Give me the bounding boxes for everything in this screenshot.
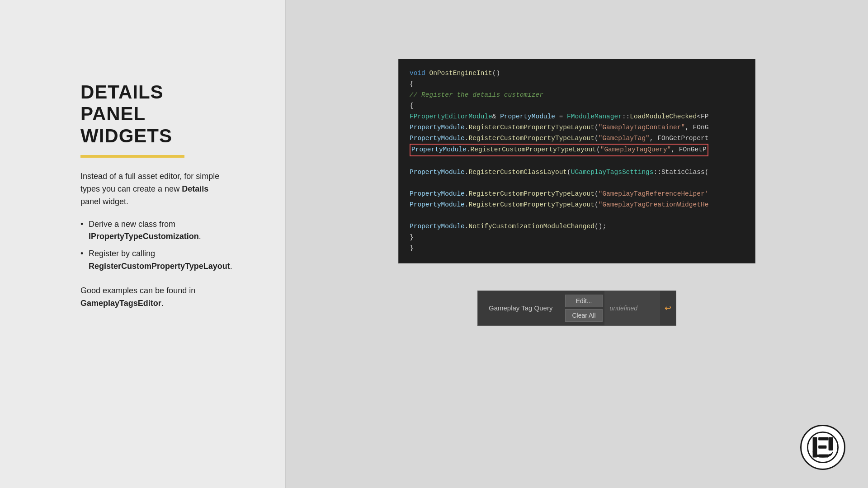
code-line-12: PropertyModule.RegisterCustomPropertyTyp… <box>410 189 744 200</box>
clear-all-button[interactable]: Clear All <box>565 309 602 322</box>
title-underline <box>80 155 184 158</box>
svg-rect-4 <box>818 446 826 449</box>
code-line-8: PropertyModule.RegisterCustomPropertyTyp… <box>410 144 744 156</box>
footer-bold: GameplayTagsEditor <box>80 299 161 308</box>
bullet1-before: Derive a new class from <box>89 220 175 229</box>
code-line-17: } <box>410 243 744 254</box>
ue-logo-svg <box>807 432 839 463</box>
svg-rect-3 <box>818 437 828 441</box>
reset-icon[interactable]: ↩ <box>660 291 676 325</box>
code-block: void OnPostEngineInit() { // Register th… <box>398 59 755 263</box>
title-line2: WIDGETS <box>80 125 172 146</box>
code-line-5: FPropertyEditorModule& PropertyModule = … <box>410 112 744 122</box>
bullet-list: Derive a new class from IPropertyTypeCus… <box>80 218 226 273</box>
code-line-1: void OnPostEngineInit() <box>410 68 744 79</box>
code-line-10: PropertyModule.RegisterCustomClassLayout… <box>410 167 744 178</box>
code-line-11 <box>410 178 744 189</box>
title-line1: DETAILS PANEL <box>80 81 164 124</box>
footer-text: Good examples can be found in GameplayTa… <box>80 285 226 310</box>
left-panel: DETAILS PANEL WIDGETS Instead of a full … <box>0 0 285 488</box>
bullet-item-2: Register by calling RegisterCustomProper… <box>80 248 226 273</box>
bullet2-before: Register by calling <box>89 249 155 258</box>
code-line-6: PropertyModule.RegisterCustomPropertyTyp… <box>410 122 744 133</box>
code-line-3: // Register the details customizer <box>410 90 744 101</box>
right-panel: void OnPostEngineInit() { // Register th… <box>286 0 868 488</box>
description: Instead of a full asset editor, for simp… <box>80 170 226 208</box>
widget-label: Gameplay Tag Query <box>478 291 563 325</box>
widget-preview: Gameplay Tag Query Edit... Clear All und… <box>477 291 676 326</box>
code-line-9 <box>410 156 744 167</box>
ue-logo-circle <box>800 425 845 470</box>
code-line-14 <box>410 211 744 221</box>
bullet-item-1: Derive a new class from IPropertyTypeCus… <box>80 218 226 244</box>
svg-rect-5 <box>818 454 828 457</box>
description-bold: Details <box>182 184 208 193</box>
bullet2-bold: RegisterCustomPropertyTypeLayout <box>89 262 230 271</box>
code-line-2: { <box>410 79 744 90</box>
widget-controls: Edit... Clear All <box>563 291 604 325</box>
code-line-7: PropertyModule.RegisterCustomPropertyTyp… <box>410 133 744 144</box>
footer-after: . <box>161 299 164 308</box>
svg-rect-2 <box>829 437 833 450</box>
bullet1-after: . <box>199 232 201 241</box>
code-line-13: PropertyModule.RegisterCustomPropertyTyp… <box>410 200 744 211</box>
bullet1-bold: IPropertyTypeCustomization <box>89 232 199 241</box>
code-line-4: { <box>410 101 744 112</box>
code-line-15: PropertyModule.NotifyCustomizationModule… <box>410 221 744 232</box>
slide-title: DETAILS PANEL WIDGETS <box>80 81 226 147</box>
ue-logo <box>800 425 845 470</box>
footer-before: Good examples can be found in <box>80 286 195 295</box>
code-line-16: } <box>410 232 744 243</box>
description-end: panel widget. <box>80 197 128 206</box>
widget-value: undefined <box>604 291 660 325</box>
edit-button[interactable]: Edit... <box>565 295 602 307</box>
bullet2-after: . <box>230 262 232 271</box>
